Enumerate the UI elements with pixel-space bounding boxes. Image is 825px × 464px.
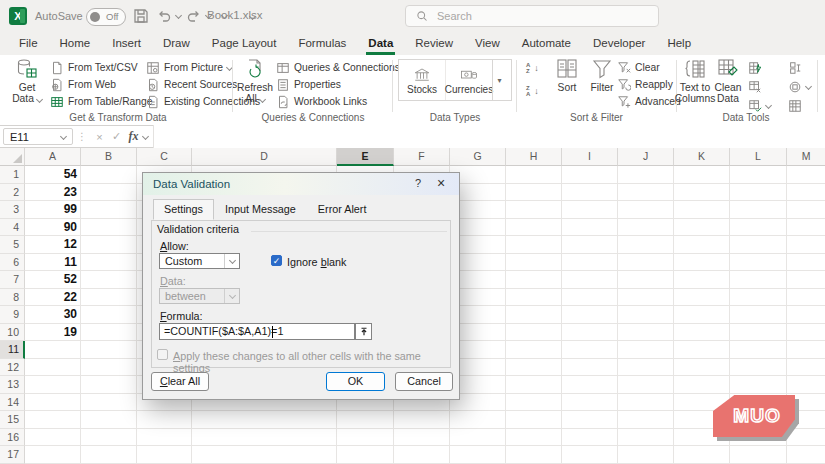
grid-cell-M10[interactable]	[787, 324, 825, 342]
workbook-links-button[interactable]: Workbook Links	[276, 94, 400, 109]
grid-cell-G15[interactable]	[450, 411, 506, 429]
grid-cell-M4[interactable]	[787, 219, 825, 237]
row-header-11[interactable]: 11	[0, 341, 25, 359]
grid-cell-H2[interactable]	[506, 184, 562, 202]
grid-cell-J10[interactable]	[618, 324, 674, 342]
row-header-3[interactable]: 3	[0, 201, 25, 219]
row-header-4[interactable]: 4	[0, 219, 25, 237]
get-data-button[interactable]: Get Data	[8, 58, 46, 104]
grid-cell-L13[interactable]	[730, 376, 787, 394]
grid-cell-H8[interactable]	[506, 289, 562, 307]
grid-cell-B9[interactable]	[81, 306, 137, 324]
grid-cell-I4[interactable]	[562, 219, 618, 237]
grid-cell-J2[interactable]	[618, 184, 674, 202]
select-all-corner[interactable]	[0, 148, 25, 166]
tab-file[interactable]: File	[8, 32, 49, 55]
sort-descending-button[interactable]: ZA↓	[526, 83, 539, 98]
grid-cell-A4[interactable]: 90	[25, 219, 81, 237]
grid-cell-M6[interactable]	[787, 254, 825, 272]
autosave-toggle[interactable]: Off	[86, 8, 126, 26]
grid-cell-C17[interactable]	[137, 446, 192, 464]
column-header-C[interactable]: C	[137, 148, 192, 166]
grid-cell-A15[interactable]	[25, 411, 81, 429]
grid-cell-A13[interactable]	[25, 376, 81, 394]
grid-cell-F15[interactable]	[394, 411, 450, 429]
row-header-2[interactable]: 2	[0, 184, 25, 202]
ignore-blank-checkbox[interactable]: ✓	[271, 255, 282, 266]
excel-logo-icon[interactable]: X	[9, 7, 27, 25]
grid-cell-H11[interactable]	[506, 341, 562, 359]
grid-cell-J13[interactable]	[618, 376, 674, 394]
text-to-columns-button[interactable]: Text to Columns	[678, 58, 712, 104]
grid-cell-A2[interactable]: 23	[25, 184, 81, 202]
grid-cell-B2[interactable]	[81, 184, 137, 202]
grid-cell-H12[interactable]	[506, 359, 562, 377]
grid-cell-I8[interactable]	[562, 289, 618, 307]
grid-cell-I12[interactable]	[562, 359, 618, 377]
grid-cell-J1[interactable]	[618, 166, 674, 184]
help-icon[interactable]: ?	[411, 177, 425, 189]
row-header-17[interactable]: 17	[0, 446, 25, 464]
grid-cell-C15[interactable]	[137, 411, 192, 429]
formula-input[interactable]	[153, 125, 825, 148]
tab-data[interactable]: Data	[357, 32, 404, 55]
grid-cell-B12[interactable]	[81, 359, 137, 377]
grid-cell-B6[interactable]	[81, 254, 137, 272]
grid-cell-B7[interactable]	[81, 271, 137, 289]
grid-cell-H7[interactable]	[506, 271, 562, 289]
grid-cell-A9[interactable]: 30	[25, 306, 81, 324]
column-header-E[interactable]: E	[337, 148, 394, 166]
grid-cell-I13[interactable]	[562, 376, 618, 394]
tab-automate[interactable]: Automate	[511, 32, 582, 55]
row-header-7[interactable]: 7	[0, 271, 25, 289]
grid-cell-G17[interactable]	[450, 446, 506, 464]
grid-cell-M13[interactable]	[787, 376, 825, 394]
row-header-14[interactable]: 14	[0, 394, 25, 412]
insert-function-icon[interactable]: fx	[125, 129, 142, 144]
grid-cell-B10[interactable]	[81, 324, 137, 342]
grid-cell-L17[interactable]	[730, 446, 787, 464]
grid-cell-A3[interactable]: 99	[25, 201, 81, 219]
flash-fill-button[interactable]	[748, 60, 771, 75]
grid-cell-H16[interactable]	[506, 429, 562, 447]
grid-cell-H5[interactable]	[506, 236, 562, 254]
grid-cell-B16[interactable]	[81, 429, 137, 447]
grid-cell-H17[interactable]	[506, 446, 562, 464]
save-icon[interactable]	[133, 8, 149, 24]
grid-cell-B15[interactable]	[81, 411, 137, 429]
filter-button[interactable]: Filter	[583, 58, 621, 93]
grid-cell-H3[interactable]	[506, 201, 562, 219]
grid-cell-J8[interactable]	[618, 289, 674, 307]
grid-cell-I9[interactable]	[562, 306, 618, 324]
undo-icon[interactable]	[156, 8, 172, 24]
grid-cell-K9[interactable]	[674, 306, 730, 324]
grid-cell-J7[interactable]	[618, 271, 674, 289]
grid-cell-L3[interactable]	[730, 201, 787, 219]
tab-view[interactable]: View	[464, 32, 511, 55]
column-header-D[interactable]: D	[192, 148, 337, 166]
grid-cell-F17[interactable]	[394, 446, 450, 464]
grid-cell-E17[interactable]	[337, 446, 394, 464]
grid-cell-A6[interactable]: 11	[25, 254, 81, 272]
grid-cell-A14[interactable]	[25, 394, 81, 412]
grid-cell-B1[interactable]	[81, 166, 137, 184]
grid-cell-L9[interactable]	[730, 306, 787, 324]
grid-cell-M3[interactable]	[787, 201, 825, 219]
grid-cell-L5[interactable]	[730, 236, 787, 254]
grid-cell-K5[interactable]	[674, 236, 730, 254]
grid-cell-M9[interactable]	[787, 306, 825, 324]
column-header-K[interactable]: K	[674, 148, 730, 166]
tab-page-layout[interactable]: Page Layout	[201, 32, 288, 55]
queries-connections-button[interactable]: Queries & Connections	[276, 60, 400, 75]
grid-cell-A5[interactable]: 12	[25, 236, 81, 254]
grid-cell-M2[interactable]	[787, 184, 825, 202]
consolidate-button[interactable]	[788, 60, 811, 75]
grid-cell-L12[interactable]	[730, 359, 787, 377]
column-header-I[interactable]: I	[562, 148, 618, 166]
cancel-button[interactable]: Cancel	[395, 372, 453, 391]
grid-cell-H6[interactable]	[506, 254, 562, 272]
grid-cell-J6[interactable]	[618, 254, 674, 272]
grid-cell-L10[interactable]	[730, 324, 787, 342]
grid-cell-H4[interactable]	[506, 219, 562, 237]
grid-cell-I14[interactable]	[562, 394, 618, 412]
